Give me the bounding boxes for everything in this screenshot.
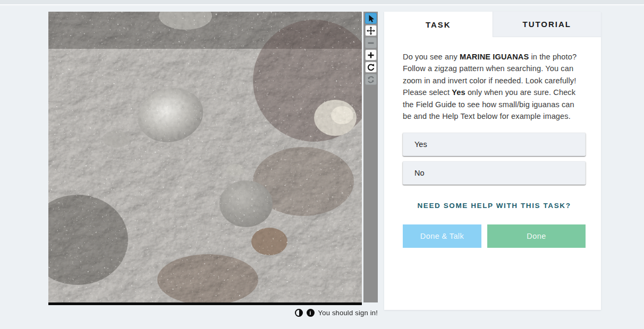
info-icon[interactable]: i: [307, 309, 315, 317]
rotate-tool-button[interactable]: [365, 62, 377, 73]
tab-task[interactable]: TASK: [384, 12, 493, 37]
need-help-link[interactable]: NEED SOME HELP WITH THIS TASK?: [403, 202, 586, 210]
rotate-icon: [367, 63, 375, 72]
task-panel: TASK TUTORIAL Do you see any MARINE IGUA…: [384, 12, 601, 310]
panel-tabs: TASK TUTORIAL: [384, 12, 601, 37]
viewer-footer: i You should sign in!: [48, 307, 378, 318]
task-panel-body: Do you see any MARINE IGUANAS in the pho…: [384, 37, 601, 248]
plus-icon: [367, 51, 375, 59]
reset-tool-button[interactable]: [365, 74, 377, 85]
tab-tutorial[interactable]: TUTORIAL: [493, 12, 601, 37]
answer-list: Yes No: [403, 133, 586, 185]
invert-contrast-icon[interactable]: [295, 309, 303, 317]
rock-photo-graphic: [48, 12, 362, 305]
top-strip: [0, 0, 644, 5]
done-button[interactable]: Done: [487, 224, 586, 248]
done-and-talk-button[interactable]: Done & Talk: [403, 224, 481, 248]
refresh-icon: [367, 75, 375, 84]
subject-photo[interactable]: [48, 12, 362, 305]
pan-tool-button[interactable]: [365, 25, 377, 36]
viewer-toolbar: [363, 12, 378, 302]
pointer-icon: [367, 14, 375, 23]
pointer-tool-button[interactable]: [365, 13, 377, 24]
answer-yes-button[interactable]: Yes: [403, 133, 586, 156]
zoom-out-tool-button[interactable]: [365, 37, 377, 48]
move-icon: [367, 27, 375, 35]
task-footer-buttons: Done & Talk Done: [403, 224, 586, 248]
answer-no-button[interactable]: No: [403, 161, 586, 185]
sign-in-message: You should sign in!: [318, 309, 378, 317]
zoom-in-tool-button[interactable]: [365, 49, 377, 60]
minus-icon: [367, 39, 375, 47]
task-question: Do you see any MARINE IGUANAS in the pho…: [403, 51, 584, 122]
